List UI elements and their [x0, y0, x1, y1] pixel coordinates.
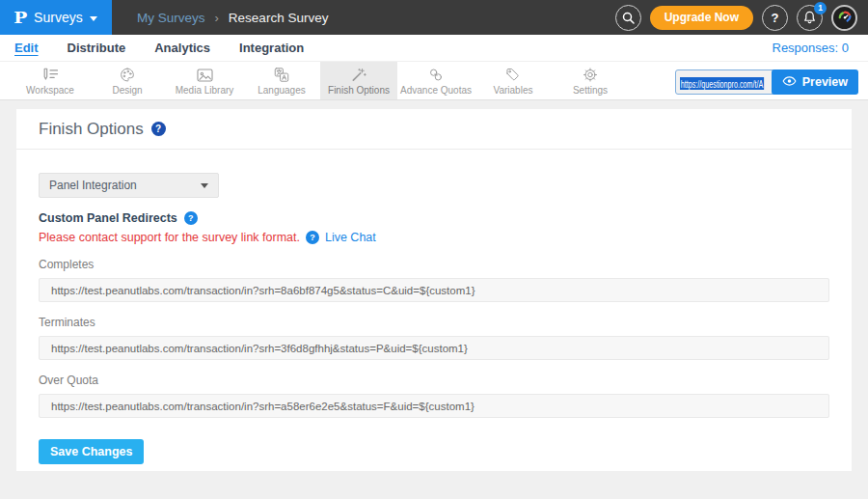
search-icon: [622, 12, 635, 24]
card-body: Panel Integration Custom Panel Redirects…: [16, 173, 852, 464]
finish-options-help-icon[interactable]: [151, 122, 166, 136]
tab-integration[interactable]: Integration: [239, 41, 304, 55]
finish-options-card: Finish Options Panel Integration Custom …: [16, 109, 852, 471]
chevron-down-icon: [90, 16, 97, 21]
search-button[interactable]: [615, 5, 641, 31]
media-library-icon: [196, 66, 214, 83]
page-title: Finish Options: [39, 120, 144, 139]
toolbar-item-label: Variables: [494, 85, 533, 96]
tab-analytics[interactable]: Analytics: [154, 41, 210, 55]
save-changes-button[interactable]: Save Changes: [39, 439, 144, 464]
notification-badge: 1: [814, 2, 827, 14]
gauge-avatar-icon: [836, 7, 854, 28]
settings-icon: [582, 66, 599, 83]
header-actions: Upgrade Now ? 1: [615, 5, 868, 31]
custom-panel-redirects-row: Custom Panel Redirects: [39, 211, 829, 225]
toolbar-item-label: Design: [112, 85, 142, 96]
terminates-url-input[interactable]: https://test.peanutlabs.com/transaction/…: [39, 336, 829, 360]
terminates-label: Terminates: [39, 316, 829, 329]
languages-icon: [273, 66, 290, 83]
toolbar-item-label: Settings: [573, 85, 608, 96]
terminates-field: Terminates https://test.peanutlabs.com/t…: [39, 316, 829, 360]
toolbar-item-advance-quotas[interactable]: Advance Quotas: [397, 62, 475, 99]
support-notice-row: Please contact support for the survey li…: [39, 231, 829, 244]
toolbar-item-finish-options[interactable]: Finish Options: [320, 62, 397, 99]
questionpro-logo: P: [14, 8, 28, 27]
toolbar-item-languages[interactable]: Languages: [243, 62, 320, 99]
survey-url-text-wrap: https://questionpro.com/t/A: [680, 74, 772, 90]
product-name: Surveys: [34, 10, 83, 25]
survey-nav-row: Edit Distribute Analytics Integration Re…: [0, 35, 868, 61]
surveys-product-menu[interactable]: P Surveys: [0, 0, 112, 35]
over-quota-label: Over Quota: [39, 374, 829, 387]
responses-count: Responses: 0: [773, 41, 850, 55]
toolbar-item-label: Workspace: [26, 85, 74, 96]
toolbar-item-label: Media Library: [176, 85, 234, 96]
toolbar-item-variables[interactable]: Variables: [475, 62, 552, 99]
panel-integration-select-value: Panel Integration: [49, 179, 137, 192]
toolbar-item-label: Finish Options: [328, 85, 390, 96]
design-icon: [119, 66, 136, 83]
over-quota-url-input[interactable]: https://test.peanutlabs.com/transaction/…: [39, 394, 829, 418]
section-help-icon[interactable]: [184, 211, 198, 225]
live-chat-icon[interactable]: [306, 231, 319, 244]
edit-toolbar: Workspace Design Media Library Languages…: [0, 61, 868, 100]
eye-icon: [782, 75, 797, 89]
support-notice-text: Please contact support for the survey li…: [39, 231, 300, 244]
card-header: Finish Options: [16, 109, 852, 150]
survey-url-selected-text: https://questionpro.com/t/A: [680, 77, 764, 90]
breadcrumb-separator: ›: [215, 11, 219, 25]
breadcrumb-my-surveys[interactable]: My Surveys: [137, 11, 205, 25]
toolbar-item-settings[interactable]: Settings: [552, 62, 629, 99]
chevron-down-icon: [201, 183, 208, 188]
toolbar-item-workspace[interactable]: Workspace: [12, 62, 89, 99]
tab-edit[interactable]: Edit: [14, 41, 39, 55]
section-title: Custom Panel Redirects: [39, 211, 177, 225]
user-avatar[interactable]: [831, 5, 857, 31]
help-button[interactable]: ?: [762, 5, 788, 31]
notifications-button[interactable]: 1: [797, 5, 823, 31]
main-content: Finish Options Panel Integration Custom …: [0, 101, 868, 499]
advance-quotas-icon: [427, 66, 445, 83]
toolbar-item-label: Languages: [258, 85, 306, 96]
question-mark-icon: ?: [772, 11, 779, 25]
preview-button[interactable]: Preview: [772, 69, 858, 95]
live-chat-link[interactable]: Live Chat: [325, 231, 376, 244]
bell-icon: [803, 11, 816, 24]
toolbar-item-media-library[interactable]: Media Library: [166, 62, 243, 99]
finish-options-icon: [350, 66, 367, 83]
variables-icon: [504, 66, 522, 83]
completes-field: Completes https://test.peanutlabs.com/tr…: [39, 258, 829, 302]
breadcrumb-current-survey: Research Survey: [229, 11, 329, 25]
tab-distribute[interactable]: Distribute: [68, 41, 126, 55]
survey-tabs: Edit Distribute Analytics Integration: [14, 41, 304, 55]
completes-url-input[interactable]: https://test.peanutlabs.com/transaction/…: [39, 278, 829, 302]
top-header: P Surveys My Surveys › Research Survey U…: [0, 0, 868, 35]
panel-integration-select[interactable]: Panel Integration: [39, 173, 219, 198]
workspace-icon: [41, 66, 60, 83]
completes-label: Completes: [39, 258, 829, 271]
preview-button-label: Preview: [802, 75, 848, 89]
upgrade-now-button[interactable]: Upgrade Now: [650, 6, 753, 30]
over-quota-field: Over Quota https://test.peanutlabs.com/t…: [39, 374, 829, 418]
toolbar-item-design[interactable]: Design: [89, 62, 166, 99]
breadcrumb: My Surveys › Research Survey: [137, 11, 328, 25]
toolbar-item-label: Advance Quotas: [400, 85, 472, 96]
